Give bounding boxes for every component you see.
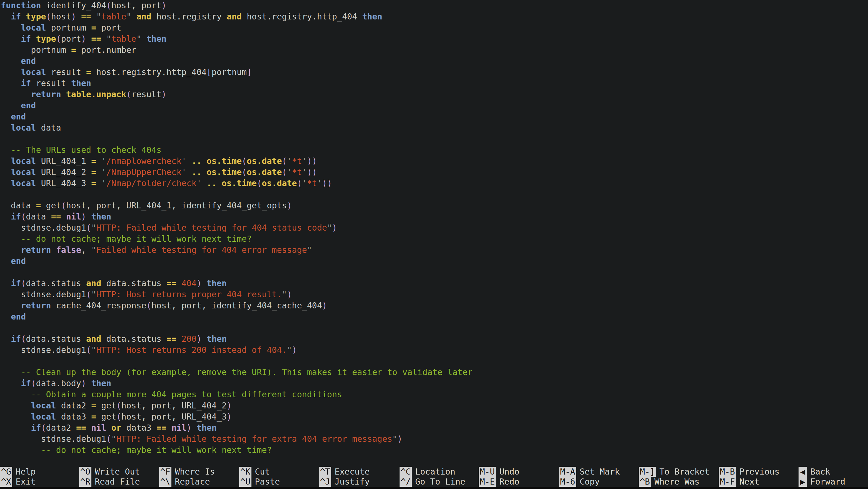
- code-token: port: [61, 34, 81, 43]
- code-token: ': [101, 156, 106, 166]
- code-line: local URL_404_2 = '/NmapUpperCheck' .. o…: [1, 167, 868, 178]
- code-line: stdnse.debug1("HTTP: Host returns proper…: [1, 289, 868, 300]
- shortcut-key[interactable]: ^/: [400, 477, 412, 487]
- shortcut-next[interactable]: M-FNext: [719, 477, 799, 487]
- shortcut-key[interactable]: ^X: [0, 477, 12, 487]
- code-token: (: [41, 423, 46, 433]
- shortcut-cut[interactable]: ^KCut: [239, 467, 320, 477]
- shortcut-key[interactable]: ^C: [400, 467, 412, 477]
- shortcut-where-was[interactable]: ^BWhere Was: [639, 477, 719, 487]
- shortcut-exit[interactable]: ^XExit: [0, 477, 81, 487]
- shortcut-key[interactable]: ^B: [639, 477, 651, 487]
- code-token: [1, 234, 21, 244]
- shortcut-execute[interactable]: ^TExecute: [319, 467, 400, 477]
- shortcut-key[interactable]: M-F: [719, 477, 736, 487]
- code-token: (: [56, 34, 61, 43]
- code-token: os.time: [207, 167, 242, 177]
- code-token: host.registry.http_404: [91, 67, 207, 77]
- code-token: ": [91, 289, 96, 299]
- shortcut-set-mark[interactable]: M-ASet Mark: [559, 467, 640, 477]
- code-token: stdnse.debug1: [1, 223, 86, 233]
- shortcut-key[interactable]: ^K: [239, 467, 251, 477]
- shortcut-key[interactable]: M-]: [639, 467, 656, 477]
- shortcut-key[interactable]: ▶: [799, 477, 807, 487]
- shortcut-copy[interactable]: M-6Copy: [559, 477, 640, 487]
- shortcut-label: Replace: [175, 477, 210, 487]
- code-token: type: [36, 34, 56, 43]
- code-token: (: [257, 178, 262, 188]
- shortcut-write-out[interactable]: ^OWrite Out: [79, 467, 160, 477]
- code-token: (: [297, 178, 302, 188]
- code-token: data: [26, 212, 51, 221]
- code-line: -- do not cache; maybe it will work next…: [1, 234, 868, 245]
- shortcut-label: Go To Line: [415, 477, 465, 487]
- code-token: [1, 56, 21, 66]
- code-token: get: [96, 412, 116, 422]
- code-token: portnum: [1, 45, 71, 55]
- code-token: =: [91, 167, 96, 177]
- code-token: (: [126, 89, 131, 99]
- code-token: [86, 34, 91, 43]
- shortcut-key[interactable]: M-U: [479, 467, 496, 477]
- shortcut-key[interactable]: ^G: [0, 467, 12, 477]
- shortcut-key[interactable]: ^R: [79, 477, 91, 487]
- shortcut-redo[interactable]: M-ERedo: [479, 477, 559, 487]
- shortcut-key[interactable]: ^U: [239, 477, 251, 487]
- shortcut-label: Redo: [499, 477, 519, 487]
- code-token: local: [11, 123, 36, 132]
- shortcut-replace[interactable]: ^\Replace: [159, 477, 240, 487]
- code-token: portnum: [46, 23, 91, 32]
- shortcut-key[interactable]: ^O: [79, 467, 91, 477]
- shortcut-key[interactable]: ◀: [799, 467, 807, 477]
- code-token: end: [11, 312, 26, 322]
- shortcut-key[interactable]: M-E: [479, 477, 496, 487]
- code-token: table: [111, 34, 136, 43]
- code-token: ': [287, 156, 292, 166]
- shortcut-key[interactable]: M-6: [559, 477, 576, 487]
- shortcut-key[interactable]: ^\: [159, 477, 172, 487]
- shortcut-key[interactable]: ^T: [319, 467, 331, 477]
- code-editor[interactable]: function identify_404(host, port) if typ…: [0, 0, 868, 467]
- code-token: [1, 34, 21, 43]
- code-line: end: [1, 56, 868, 67]
- code-token: data.status: [26, 334, 86, 344]
- code-line: local data3 = get(host, port, URL_404_3): [1, 411, 868, 422]
- shortcut-help[interactable]: ^GHelp: [0, 467, 81, 477]
- shortcut-location[interactable]: ^CLocation: [400, 467, 480, 477]
- shortcut-read-file[interactable]: ^RRead File: [79, 477, 160, 487]
- code-token: (: [61, 201, 66, 210]
- shortcut-undo[interactable]: M-UUndo: [479, 467, 559, 477]
- code-token: (: [86, 289, 91, 299]
- code-token: [1, 112, 11, 121]
- shortcut-back[interactable]: ◀Back: [799, 467, 868, 477]
- shortcut-label: Location: [415, 467, 455, 477]
- shortcut-where-is[interactable]: ^FWhere Is: [159, 467, 240, 477]
- shortcut-to-bracket[interactable]: M-]To Bracket: [639, 467, 719, 477]
- shortcut-paste[interactable]: ^UPaste: [239, 477, 320, 487]
- shortcut-key[interactable]: ^J: [319, 477, 331, 487]
- code-line: if type(port) == "table" then: [1, 33, 868, 44]
- shortcut-forward[interactable]: ▶Forward: [799, 477, 868, 487]
- code-line: end: [1, 255, 868, 267]
- code-token: cache_404_response: [51, 301, 147, 310]
- code-token: ==: [81, 12, 91, 21]
- shortcut-key[interactable]: M-B: [719, 467, 736, 477]
- code-token: -- do not cache; maybe it will work next…: [21, 234, 252, 244]
- code-token: then: [362, 12, 382, 21]
- code-token: then: [71, 78, 91, 88]
- code-token: ": [96, 12, 101, 21]
- code-token: ): [196, 278, 202, 288]
- code-token: ==: [76, 423, 86, 433]
- code-token: /Nmap/folder/check: [106, 178, 196, 188]
- code-token: ": [282, 289, 287, 299]
- shortcut-justify[interactable]: ^JJustify: [319, 477, 400, 487]
- code-token: ': [196, 178, 202, 188]
- code-token: [186, 167, 191, 177]
- code-token: ): [292, 345, 297, 355]
- shortcut-key[interactable]: M-A: [559, 467, 576, 477]
- shortcut-key[interactable]: ^F: [159, 467, 172, 477]
- code-token: result: [131, 89, 161, 99]
- shortcut-go-to-line[interactable]: ^/Go To Line: [400, 477, 480, 487]
- shortcut-previous[interactable]: M-BPrevious: [719, 467, 799, 477]
- code-token: ): [287, 289, 292, 299]
